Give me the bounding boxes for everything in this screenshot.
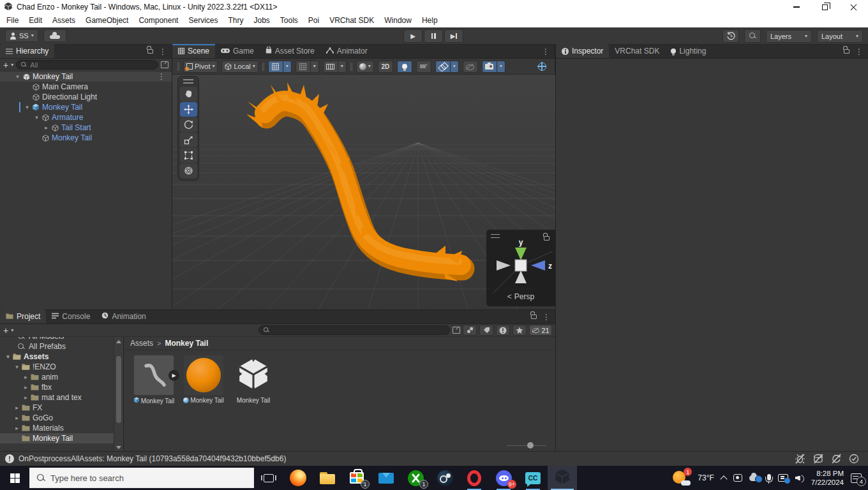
cloud-services-button[interactable] [43,29,66,42]
project-folder-monkey-tail[interactable]: Monkey Tail [0,433,114,443]
toolbar-grip[interactable] [177,63,179,71]
project-folder-enzo[interactable]: ▾ !ENZO [0,362,114,372]
account-button[interactable]: SS ▾ [5,29,38,42]
tab-inspector[interactable]: Inspector [556,44,609,58]
tab-animation[interactable]: Animation [96,309,151,323]
play-button[interactable]: ▶ [403,29,423,43]
expand-arrow-icon[interactable]: ▸ [22,384,30,390]
weather-widget[interactable]: 1 [673,470,691,486]
hidden-objects-button[interactable] [463,61,478,73]
handle-rotation-button[interactable]: Local ▾ [221,61,258,73]
menu-services[interactable]: Services [183,14,223,27]
undo-history-button[interactable] [722,29,739,43]
scene-effects-button[interactable] [435,61,451,73]
layers-dropdown[interactable]: Layers ▾ [766,30,812,43]
layout-dropdown[interactable]: Layout ▾ [817,30,863,43]
expand-arrow-icon[interactable]: ▸ [22,394,30,401]
scene-viewport[interactable]: y z <Persp [172,75,555,309]
step-button[interactable]: ▶ [444,29,463,43]
breadcrumb-root[interactable]: Assets [130,339,153,348]
chevron-down-icon[interactable]: ▾ [11,328,13,333]
search-by-label-button[interactable] [479,325,493,336]
close-button[interactable] [839,0,868,14]
hidden-count-button[interactable]: 21 [529,325,552,336]
minimize-button[interactable] [782,0,811,14]
slider-knob[interactable] [527,442,534,449]
toolbar-grip[interactable] [350,63,352,71]
expand-arrow-icon[interactable]: ▸ [22,374,30,380]
pivot-mode-button[interactable]: Pivot ▾ [183,61,218,73]
rotate-tool-button[interactable] [180,117,197,132]
search-button[interactable] [744,29,761,43]
search-log-button[interactable] [496,325,510,336]
menu-file[interactable]: File [1,14,24,27]
menu-assets[interactable]: Assets [47,14,80,27]
taskbar-app-cc[interactable]: CC [518,466,548,490]
move-tool-button[interactable] [180,102,197,117]
search-by-type-icon[interactable] [453,327,460,334]
debugger-detached-icon[interactable] [795,454,805,464]
taskbar-app-unity[interactable] [548,466,577,490]
scene-orientation-gizmo[interactable]: y z <Persp [486,230,555,306]
project-folder-anim[interactable]: ▸ anim [0,372,114,382]
hierarchy-item-directional-light[interactable]: Directional Light [0,92,172,102]
panel-menu-icon[interactable]: ⋮ [542,48,550,56]
tab-lighting[interactable]: Lighting [665,44,712,58]
project-folder-mat-and-tex[interactable]: ▸ mat and tex [0,392,114,403]
scroll-up-icon[interactable] [116,340,121,343]
tab-console[interactable]: Console [46,309,96,323]
hierarchy-searchbox[interactable] [16,60,158,70]
tray-volume-icon[interactable] [795,474,804,482]
2d-mode-button[interactable]: 2D [378,61,393,73]
status-check-icon[interactable] [849,454,859,464]
expand-arrow-icon[interactable]: ▾ [33,114,41,121]
grid-snap-dropdown[interactable]: ▾ [283,61,292,73]
tab-hierarchy[interactable]: Hierarchy [0,44,54,58]
taskbar-app-firefox[interactable] [283,466,313,490]
tab-scene[interactable]: Scene [172,44,215,58]
lock-icon[interactable] [844,49,849,54]
tray-cast-icon[interactable] [778,474,788,482]
action-center-button[interactable]: 4 [851,473,862,483]
project-folder-assets[interactable]: ▾ Assets [0,352,114,362]
grid-visibility-button[interactable] [296,61,311,73]
taskbar-app-discord[interactable]: 9+ [489,466,518,490]
taskbar-app-steam[interactable] [430,466,460,490]
menu-thry[interactable]: Thry [223,14,248,27]
panel-menu-icon[interactable]: ⋮ [158,72,172,81]
asset-item-model[interactable]: ▶ Monkey Tail [133,355,175,405]
hierarchy-item-monkey-tail[interactable]: ▾ Monkey Tail⋮ [0,71,172,82]
tab-animator[interactable]: Animator [320,44,373,58]
taskbar-app-mail[interactable] [371,466,401,490]
tray-onedrive-icon[interactable] [749,475,760,481]
taskbar-app-xbox[interactable]: 1 [401,466,430,490]
breadcrumb-current[interactable]: Monkey Tail [165,339,208,348]
panel-menu-icon[interactable]: ⋮ [855,48,863,56]
taskbar-searchbox[interactable] [29,468,254,488]
pause-button[interactable] [424,29,443,43]
tab-vrchat-sdk[interactable]: VRChat SDK [609,44,665,58]
expand-arrow-icon[interactable]: ▾ [13,73,22,80]
taskbar-app-explorer[interactable] [313,466,342,490]
tray-meet-now-icon[interactable] [733,474,742,482]
draw-mode-dropdown[interactable]: ▾ [356,61,374,73]
project-folder-fbx[interactable]: ▸ fbx [0,382,114,392]
favorites-button[interactable] [513,325,527,336]
scene-lighting-button[interactable] [397,61,412,73]
transform-tool-button[interactable] [180,163,197,178]
auto-refresh-disabled-icon[interactable] [831,454,841,464]
project-search-input[interactable] [273,327,445,334]
menu-poi[interactable]: Poi [303,14,324,27]
rect-tool-button[interactable] [180,148,197,163]
tab-project[interactable]: Project [0,309,46,323]
project-folder-materials[interactable]: ▸ Materials [0,423,114,433]
grid-visibility-dropdown[interactable]: ▾ [311,61,319,73]
status-alert-icon[interactable]: ! [5,454,14,463]
taskbar-app-store[interactable]: 1 [342,466,371,490]
scroll-down-icon[interactable] [116,446,121,449]
start-button[interactable] [0,466,29,490]
expand-arrow-icon[interactable]: ▾ [13,364,21,370]
gizmos-toggle-button[interactable] [534,61,550,73]
thumbnail-size-slider[interactable] [507,442,546,449]
asset-item-package[interactable]: Monkey Tail [232,355,274,405]
